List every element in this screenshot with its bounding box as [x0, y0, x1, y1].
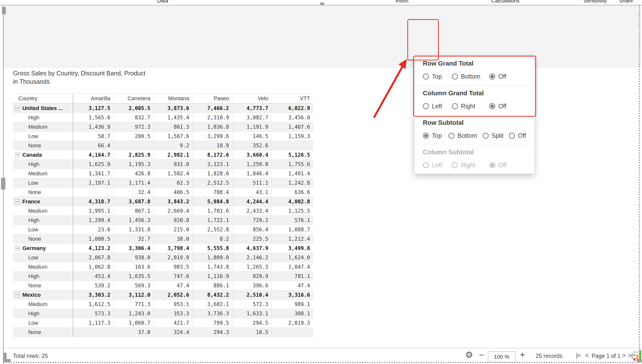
- data-cell[interactable]: 1,612.5: [73, 300, 114, 309]
- data-cell[interactable]: 66.4: [73, 141, 114, 150]
- data-cell[interactable]: 573.3: [73, 309, 114, 318]
- data-cell[interactable]: 938.0: [114, 253, 154, 262]
- data-cell[interactable]: 511.1: [232, 178, 272, 188]
- data-cell[interactable]: 4,123.2: [73, 244, 114, 253]
- table-row[interactable]: Germany4,123.23,306.43,798.45,555.84,637…: [13, 244, 313, 253]
- table-row[interactable]: High1,565.6832.71,435.42,310.93,082.73,4…: [13, 113, 313, 122]
- data-cell[interactable]: 861.3: [154, 122, 192, 132]
- data-cell[interactable]: 324.4: [154, 328, 192, 337]
- data-cell[interactable]: 8,432.2: [192, 290, 232, 300]
- data-cell[interactable]: 23.6: [73, 225, 114, 234]
- collapse-toggle-icon[interactable]: [15, 199, 20, 204]
- data-cell[interactable]: [272, 328, 313, 337]
- radio-option-off[interactable]: Off: [509, 132, 526, 139]
- data-cell[interactable]: 1,633.1: [232, 309, 272, 318]
- data-cell[interactable]: 43.1: [232, 188, 272, 197]
- data-cell[interactable]: 1,242.8: [272, 178, 313, 188]
- column-header[interactable]: Country: [13, 94, 73, 104]
- collapse-toggle-icon[interactable]: [15, 106, 20, 110]
- data-cell[interactable]: 539.2: [73, 281, 114, 290]
- radio-option-right[interactable]: Right: [452, 103, 489, 110]
- visual-topleft-resize-handle[interactable]: [2, 7, 6, 14]
- data-cell[interactable]: 1,456.3: [114, 216, 154, 225]
- data-cell[interactable]: 3,798.4: [154, 244, 192, 253]
- data-cell[interactable]: 920.8: [154, 216, 192, 225]
- column-header[interactable]: Paseo: [192, 94, 232, 104]
- last-page-button[interactable]: >|: [628, 352, 632, 359]
- data-cell[interactable]: 1,000.5: [73, 234, 114, 244]
- data-cell[interactable]: 62.3: [154, 178, 192, 188]
- data-cell[interactable]: 2,310.9: [192, 113, 232, 122]
- visual-left-resize-handle[interactable]: [1, 178, 6, 190]
- data-cell[interactable]: 37.0: [114, 328, 154, 337]
- table-row[interactable]: High573.31,243.0353.33,736.31,633.1308.1: [13, 309, 313, 318]
- data-cell[interactable]: 1,491.4: [272, 169, 313, 178]
- column-header[interactable]: Montana: [154, 94, 192, 104]
- data-cell[interactable]: 3,687.8: [114, 197, 154, 206]
- data-cell[interactable]: 1,212.4: [272, 234, 313, 244]
- data-cell[interactable]: 1,435.4: [154, 113, 192, 122]
- table-row[interactable]: Canada4,164.72,825.92,982.18,172.63,660.…: [13, 150, 313, 160]
- radio-option-off[interactable]: Off: [489, 73, 506, 80]
- data-cell[interactable]: 294.3: [192, 328, 232, 337]
- data-cell[interactable]: 1,159.3: [272, 132, 313, 141]
- data-cell[interactable]: 1,567.6: [154, 132, 192, 141]
- radio-option-off[interactable]: Off: [489, 103, 506, 110]
- radio-icon[interactable]: [423, 133, 429, 139]
- data-cell[interactable]: 931.0: [154, 160, 192, 169]
- data-cell[interactable]: 163.6: [114, 262, 154, 272]
- data-cell[interactable]: 8.2: [192, 234, 232, 244]
- data-cell[interactable]: 3,843.2: [154, 197, 192, 206]
- table-row[interactable]: Low1,197.11,171.462.32,512.5511.11,242.8: [13, 178, 313, 188]
- data-cell[interactable]: 1,191.9: [232, 122, 272, 132]
- radio-option-left[interactable]: Left: [423, 103, 452, 110]
- visual-bottomleft-resize-handle2[interactable]: [4, 359, 11, 362]
- data-cell[interactable]: 3,316.6: [272, 290, 313, 300]
- data-cell[interactable]: 2,019.9: [154, 253, 192, 262]
- visual-top-resize-handle[interactable]: [320, 2, 324, 6]
- data-cell[interactable]: 2,669.4: [154, 206, 192, 216]
- data-cell[interactable]: 215.0: [154, 225, 192, 234]
- data-cell[interactable]: 3,082.7: [232, 113, 272, 122]
- zoom-out-button[interactable]: −: [479, 350, 484, 360]
- data-cell[interactable]: 1,171.4: [114, 178, 154, 188]
- table-row[interactable]: France4,318.73,687.83,843.25,984.84,244.…: [13, 197, 313, 206]
- radio-option-bottom[interactable]: Bottom: [448, 132, 482, 139]
- data-cell[interactable]: 2,512.5: [192, 178, 232, 188]
- table-row[interactable]: None37.0324.4294.310.5: [13, 328, 313, 337]
- data-cell[interactable]: 729.2: [232, 216, 272, 225]
- data-cell[interactable]: 2,433.4: [232, 206, 272, 216]
- data-cell[interactable]: 47.4: [154, 281, 192, 290]
- data-cell[interactable]: 3,873.6: [154, 104, 192, 113]
- data-cell[interactable]: 983.5: [154, 262, 192, 272]
- data-cell[interactable]: 886.1: [192, 281, 232, 290]
- data-cell[interactable]: 1,635.5: [114, 272, 154, 281]
- table-row[interactable]: None539.2569.347.4886.1396.647.4: [13, 281, 313, 290]
- data-cell[interactable]: 3,456.0: [272, 113, 313, 122]
- data-cell[interactable]: 576.1: [272, 216, 313, 225]
- data-cell[interactable]: 1,625.9: [73, 160, 114, 169]
- column-header[interactable]: Carretera: [114, 94, 154, 104]
- data-cell[interactable]: 2,005.5: [114, 104, 154, 113]
- zoom-level-input[interactable]: 100 %: [488, 351, 516, 362]
- data-cell[interactable]: 8,172.6: [192, 150, 232, 160]
- collapse-toggle-icon[interactable]: [15, 246, 20, 250]
- first-page-button[interactable]: |<: [576, 352, 580, 359]
- data-cell[interactable]: 832.7: [114, 113, 154, 122]
- data-cell[interactable]: 1,116.9: [192, 272, 232, 281]
- data-cell[interactable]: 1,259.8: [232, 160, 272, 169]
- data-cell[interactable]: 47.4: [272, 281, 313, 290]
- data-cell[interactable]: 4,244.4: [232, 197, 272, 206]
- table-row[interactable]: Low2,067.8938.02,019.91,809.02,146.21,62…: [13, 253, 313, 262]
- table-row[interactable]: Medium1,612.5771.3953.13,602.1572.3989.1: [13, 300, 313, 309]
- data-cell[interactable]: 352.6: [232, 141, 272, 150]
- data-cell[interactable]: 1,828.6: [192, 169, 232, 178]
- data-cell[interactable]: 1,117.3: [73, 318, 114, 328]
- table-row[interactable]: Medium1,995.1867.12,669.41,701.62,433.41…: [13, 206, 313, 216]
- data-cell[interactable]: 58.7: [73, 132, 114, 141]
- data-cell[interactable]: 453.4: [73, 272, 114, 281]
- data-cell[interactable]: 1,582.4: [154, 169, 192, 178]
- data-cell[interactable]: 1,836.8: [192, 122, 232, 132]
- data-cell[interactable]: 3,499.8: [272, 244, 313, 253]
- data-cell[interactable]: 4,164.7: [73, 150, 114, 160]
